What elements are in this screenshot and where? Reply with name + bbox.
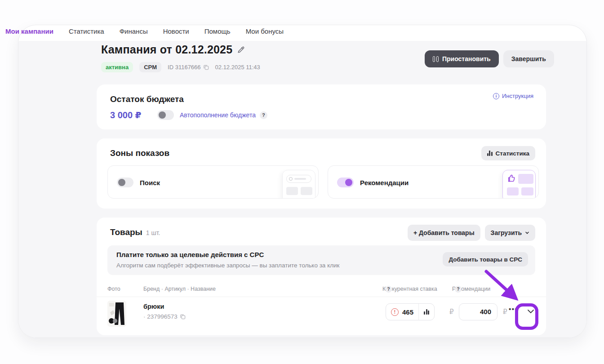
search-zone-thumbnail (282, 170, 315, 199)
autorefill-toggle[interactable] (157, 110, 174, 120)
nav-item-bonuses[interactable]: Мои бонусы (246, 27, 284, 35)
product-photo[interactable] (107, 301, 126, 327)
row-expand-button[interactable] (524, 304, 538, 319)
competitive-bid-field[interactable]: ! 465 (386, 303, 435, 320)
edit-title-icon[interactable] (237, 45, 245, 54)
nav-item-finance[interactable]: Финансы (120, 27, 148, 35)
campaign-datetime: 02.12.2025 11:43 (215, 64, 260, 71)
zones-statistics-button[interactable]: Статистика (481, 146, 535, 160)
zone-recommendations-card: Рекомендации (328, 165, 539, 199)
row-menu-button[interactable]: ••• (509, 305, 518, 313)
col-brand-article-name: Бренд · Артикул · Название (143, 286, 216, 292)
recommendation-bid-input[interactable]: 400 (459, 303, 497, 320)
budget-title: Остаток бюджета (110, 94, 184, 104)
nav-item-news[interactable]: Новости (163, 27, 189, 35)
nav-item-help[interactable]: Помощь (204, 27, 231, 35)
page: Мои кампании Статистика Финансы Новости … (0, 0, 604, 364)
bar-chart-icon (487, 151, 493, 156)
product-name[interactable]: брюки (143, 303, 164, 310)
pause-campaign-button[interactable]: Приостановить (425, 50, 499, 67)
nav-item-my-campaigns[interactable]: Мои кампании (5, 27, 53, 35)
budget-card: Остаток бюджета i Инструкция 3 000 ₽ Авт… (97, 84, 546, 129)
campaign-id-label: ID 31167666 (168, 64, 201, 71)
finish-button-label: Завершить (511, 55, 546, 62)
nav-item-statistics[interactable]: Статистика (69, 27, 104, 35)
zone-recommendations-label: Рекомендации (360, 179, 409, 186)
zones-title: Зоны показов (110, 148, 169, 158)
cpc-banner-title: Платите только за целевые действия с CPC (116, 251, 264, 258)
currency-label: ₽ (503, 308, 507, 316)
recommendations-help-icon[interactable]: ? (455, 286, 462, 293)
col-photo: Фото (107, 286, 120, 292)
zone-recommendations-toggle[interactable] (337, 178, 354, 187)
chevron-down-icon (525, 231, 529, 235)
add-products-cpc-label: Добавить товары в CPC (449, 256, 522, 263)
products-title: Товары1 шт. (110, 227, 160, 237)
info-icon: i (493, 93, 499, 99)
add-products-button[interactable]: + Добавить товары (408, 225, 480, 241)
finish-campaign-button[interactable]: Завершить (503, 50, 554, 67)
thumbs-up-icon (507, 174, 516, 183)
recommendations-zone-thumbnail (502, 170, 536, 199)
instruction-label: Инструкция (502, 93, 533, 99)
campaign-id: ID 31167666 (168, 64, 209, 71)
bid-chart-icon[interactable] (419, 309, 434, 315)
product-article: · 237996573 (143, 313, 178, 320)
page-title: Кампания от 02.12.2025 (101, 43, 232, 56)
competitive-bid-value: 465 (402, 308, 418, 316)
add-products-cpc-button[interactable]: Добавить товары в CPC (443, 252, 528, 266)
campaign-type-badge: CPM (139, 62, 161, 72)
autorefill-help-icon[interactable]: ? (260, 111, 267, 119)
products-title-label: Товары (110, 227, 142, 237)
instruction-link[interactable]: i Инструкция (493, 93, 533, 99)
add-products-label: + Добавить товары (413, 229, 475, 236)
pause-icon (433, 56, 439, 62)
cpc-banner: Платите только за целевые действия с CPC… (107, 245, 535, 275)
zone-search-card: Поиск (107, 165, 319, 199)
pause-button-label: Приостановить (442, 55, 491, 62)
zone-search-toggle[interactable] (117, 178, 133, 187)
competitive-bid-help-icon[interactable]: ? (385, 286, 392, 293)
status-badge: активна (101, 62, 133, 72)
products-count: 1 шт. (146, 229, 160, 236)
zones-card: Зоны показов Статистика Поиск Рекомендац… (97, 138, 546, 209)
bid-warning-icon: ! (391, 308, 399, 316)
upload-button[interactable]: Загрузить (485, 225, 535, 241)
search-icon (289, 177, 293, 181)
table-row: брюки · 237996573 ! 465 ₽ 400 ₽ ••• (97, 297, 546, 333)
copy-article-icon[interactable] (180, 314, 186, 320)
zone-search-label: Поиск (140, 179, 160, 186)
products-card: Товары1 шт. + Добавить товары Загрузить … (97, 218, 546, 335)
zones-statistics-label: Статистика (496, 150, 529, 157)
copy-id-icon[interactable] (203, 64, 209, 70)
upload-label: Загрузить (491, 229, 522, 236)
top-nav: Мои кампании Статистика Финансы Новости … (5, 27, 284, 35)
cpc-banner-subtitle: Алгоритм сам подберёт эффективные запрос… (116, 262, 340, 269)
budget-amount: 3 000 ₽ (110, 110, 157, 120)
autorefill-label[interactable]: Автопополнение бюджета (180, 111, 256, 119)
currency-label: ₽ (449, 308, 454, 316)
